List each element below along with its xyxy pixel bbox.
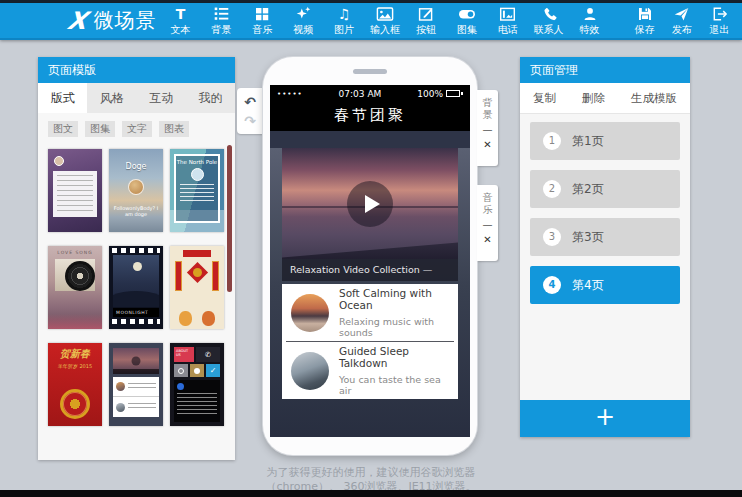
page-number-badge: 1 <box>543 132 561 150</box>
make-template-button[interactable]: 生成模版 <box>631 91 677 106</box>
template-grid: Doge FollowonlyBody? I am doge The North… <box>38 139 235 426</box>
toolbar-tools: T 文本 背景 音乐 视频 ♫ <box>160 3 610 38</box>
element-tab-label: 背景 <box>481 97 494 121</box>
save-button[interactable]: 保存 <box>626 3 663 38</box>
playlist-item-image <box>291 352 329 390</box>
playlist-item[interactable]: Soft Calming with Ocean Relaxing music w… <box>282 284 458 341</box>
phone-canvas: ••••• 07:03 AM 100% 春节团聚 <box>263 57 477 455</box>
battery-percent: 100% <box>417 89 443 99</box>
tab-style[interactable]: 风格 <box>87 83 136 113</box>
phone-handset-icon <box>541 6 557 22</box>
template-scrollbar[interactable] <box>227 145 232 292</box>
template-thumb-metro-tiles[interactable]: ABOUT US ✆ ✓ <box>170 343 224 426</box>
undo-icon[interactable]: ↶ <box>244 94 256 110</box>
stars-icon <box>295 6 312 22</box>
template-tabs: 版式 风格 互动 我的 <box>38 83 235 113</box>
page-item-1[interactable]: 1 第1页 <box>530 122 680 160</box>
page-list: 1 第1页 2 第2页 3 第3页 4 第4页 <box>520 114 690 304</box>
redo-icon[interactable]: ↷ <box>244 113 256 129</box>
video-thumbnail <box>282 148 458 259</box>
template-thumb-love-song[interactable]: LOVE SONG <box>48 246 102 329</box>
playlist-item[interactable]: Guided Sleep Talkdown You can taste the … <box>282 342 458 399</box>
template-thumb-video-collection[interactable] <box>109 343 163 426</box>
filter-gallery[interactable]: 图集 <box>85 121 115 137</box>
template-thumb-hexinchun[interactable]: 贺新春 羊年贺岁 2015 <box>48 343 102 426</box>
moon <box>133 262 142 271</box>
tool-input-box[interactable]: 输入框 <box>365 3 406 38</box>
tab-mine[interactable]: 我的 <box>186 83 235 113</box>
battery-icon <box>446 90 463 97</box>
tool-image[interactable]: ♫ 图片 <box>324 3 365 38</box>
phone-speaker <box>353 69 387 74</box>
tool-music[interactable]: 音乐 <box>242 3 283 38</box>
main-toolbar: X 微场景 T 文本 背景 音乐 <box>0 3 742 40</box>
tab-layout[interactable]: 版式 <box>38 83 87 113</box>
tool-background[interactable]: 背景 <box>201 3 242 38</box>
filter-imagetext[interactable]: 图文 <box>48 121 78 137</box>
tool-text[interactable]: T 文本 <box>160 3 201 38</box>
template-thumb-new-year-couplets[interactable] <box>170 246 224 329</box>
element-tab-music: 音乐 — ✕ <box>477 185 498 261</box>
thumb-avatar <box>128 179 144 195</box>
undo-redo-tab: ↶ ↷ <box>237 88 263 134</box>
check-icon: ✓ <box>206 364 220 377</box>
publish-button[interactable]: 发布 <box>663 3 700 38</box>
tool-video[interactable]: 视频 <box>283 3 324 38</box>
toolbar-actions: 保存 发布 退出 <box>626 3 738 38</box>
phone-screen: ••••• 07:03 AM 100% 春节团聚 <box>270 85 470 437</box>
app-logo: X 微场景 <box>68 3 157 38</box>
page-item-3[interactable]: 3 第3页 <box>530 218 680 256</box>
template-thumb-north-pole[interactable]: The North Pole <box>170 149 224 232</box>
phone-mini-icon: ✆ <box>196 347 220 362</box>
person-icon <box>582 6 598 22</box>
tool-gallery[interactable]: 图集 <box>446 3 487 38</box>
template-thumb-doge[interactable]: Doge FollowonlyBody? I am doge <box>109 149 163 232</box>
text-icon: T <box>176 6 186 22</box>
vinyl-record <box>65 261 95 291</box>
exit-button[interactable]: 退出 <box>701 3 738 38</box>
page-number-badge: 2 <box>543 180 561 198</box>
canvas-page-title[interactable]: 春节团聚 <box>270 102 470 131</box>
edit-icon <box>418 6 434 22</box>
minimize-icon[interactable]: — <box>483 220 493 230</box>
page-item-2[interactable]: 2 第2页 <box>530 170 680 208</box>
page-number-badge: 4 <box>543 276 561 294</box>
canvas-playlist-card: Soft Calming with Ocean Relaxing music w… <box>282 284 458 399</box>
page-item-4[interactable]: 4 第4页 <box>530 266 680 304</box>
canvas-body: Relaxation Video Collection — Soft Calmi… <box>270 148 470 437</box>
app-window: X 微场景 T 文本 背景 音乐 <box>0 0 742 497</box>
template-thumb-moonlight[interactable]: MOONLIGHT <box>109 246 163 329</box>
page-manager-actions: 复制 删除 生成模版 <box>520 83 690 114</box>
template-thumb-profile-card[interactable] <box>48 149 102 232</box>
copy-page-button[interactable]: 复制 <box>533 91 556 106</box>
close-icon[interactable]: ✕ <box>483 234 491 245</box>
template-panel: 页面模版 版式 风格 互动 我的 图文 图集 文字 图表 Doge Follow… <box>38 57 235 460</box>
minimize-icon[interactable]: — <box>483 125 493 135</box>
bottom-strip <box>0 490 742 497</box>
canvas-video-element[interactable]: Relaxation Video Collection — <box>282 148 458 281</box>
tool-contacts[interactable]: 联系人 <box>528 3 569 38</box>
element-tab-background: 背景 — ✕ <box>477 90 498 166</box>
tool-button[interactable]: 按钮 <box>405 3 446 38</box>
signal-dots-icon: ••••• <box>277 90 303 98</box>
page-number-badge: 3 <box>543 228 561 246</box>
close-icon[interactable]: ✕ <box>483 139 491 150</box>
page-manager-title: 页面管理 <box>520 57 690 83</box>
playlist-item-image <box>291 294 329 332</box>
tab-interactive[interactable]: 互动 <box>137 83 186 113</box>
app-title: 微场景 <box>94 7 157 34</box>
logo-x-icon: X <box>65 9 89 33</box>
add-page-button[interactable]: + <box>520 400 690 437</box>
tool-effects[interactable]: 特效 <box>569 3 610 38</box>
play-button[interactable] <box>347 181 393 227</box>
element-tab-label: 音乐 <box>481 192 494 216</box>
toggle-icon <box>458 6 476 22</box>
template-filters: 图文 图集 文字 图表 <box>38 113 235 139</box>
video-caption: Relaxation Video Collection — <box>282 259 458 281</box>
exit-icon <box>711 6 728 22</box>
filter-chart[interactable]: 图表 <box>159 121 189 137</box>
tool-phone[interactable]: 电话 <box>487 3 528 38</box>
delete-page-button[interactable]: 删除 <box>582 91 605 106</box>
filter-text[interactable]: 文字 <box>122 121 152 137</box>
template-panel-title: 页面模版 <box>38 57 235 83</box>
